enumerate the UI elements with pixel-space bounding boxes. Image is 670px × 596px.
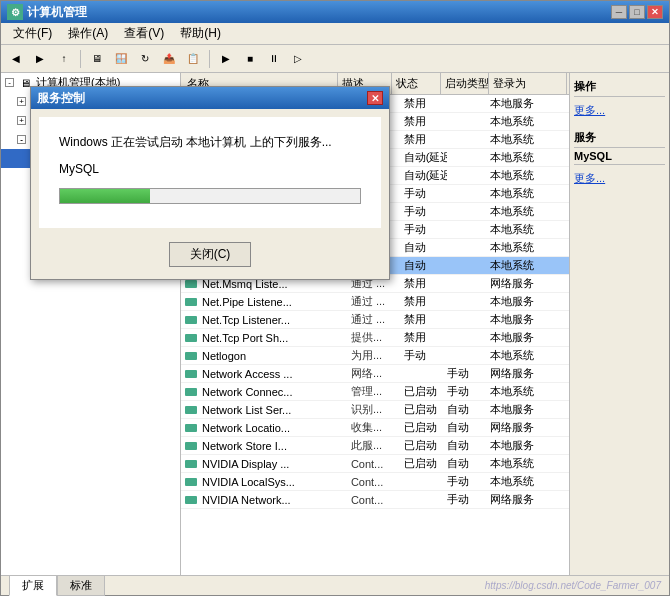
- svc-desc: 收集...: [351, 420, 404, 435]
- dialog-close-button[interactable]: 关闭(C): [169, 242, 252, 267]
- dialog-message: Windows 正在尝试启动 本地计算机 上的下列服务...: [59, 133, 361, 152]
- svc-status: 自动(延迟...: [404, 168, 447, 183]
- maximize-button[interactable]: □: [629, 5, 645, 19]
- table-row[interactable]: Network Access ... 网络... 手动 网络服务: [181, 365, 569, 383]
- table-row[interactable]: NVIDIA LocalSys... Cont... 手动 本地系统: [181, 473, 569, 491]
- svc-logon: 网络服务: [490, 276, 567, 291]
- svc-icon: [183, 420, 199, 436]
- svc-desc: 管理...: [351, 384, 404, 399]
- table-row[interactable]: Net.Tcp Port Sh... 提供... 禁用 本地服务: [181, 329, 569, 347]
- forward-button[interactable]: ▶: [29, 48, 51, 70]
- table-row[interactable]: Network Store I... 此服... 已启动 自动 本地服务: [181, 437, 569, 455]
- storage-expand[interactable]: +: [17, 116, 26, 125]
- close-button[interactable]: ✕: [647, 5, 663, 19]
- svc-desc: 此服...: [351, 438, 404, 453]
- action-service-header: 服务: [574, 128, 665, 148]
- svg-rect-23: [185, 478, 197, 486]
- svc-desc: 通过 ...: [351, 312, 404, 327]
- svg-rect-17: [185, 370, 197, 378]
- table-row[interactable]: Netlogon 为用... 手动 本地系统: [181, 347, 569, 365]
- tab-expand[interactable]: 扩展: [9, 575, 57, 596]
- menu-action[interactable]: 操作(A): [60, 23, 116, 44]
- svc-logon: 网络服务: [490, 492, 567, 507]
- svc-status: 禁用: [404, 294, 447, 309]
- svc-logon: 本地系统: [490, 150, 567, 165]
- pause-button[interactable]: ⏸: [263, 48, 285, 70]
- title-bar: ⚙ 计算机管理 ─ □ ✕: [1, 1, 669, 23]
- table-row[interactable]: Network List Ser... 识别... 已启动 自动 本地服务: [181, 401, 569, 419]
- svg-rect-16: [185, 352, 197, 360]
- svc-name: Network Connec...: [202, 386, 351, 398]
- properties-button[interactable]: 📋: [182, 48, 204, 70]
- table-row[interactable]: Net.Tcp Listener... 通过 ... 禁用 本地服务: [181, 311, 569, 329]
- action-more-1[interactable]: 更多...: [574, 101, 665, 120]
- minimize-button[interactable]: ─: [611, 5, 627, 19]
- table-row[interactable]: NVIDIA Display ... Cont... 已启动 自动 本地系统: [181, 455, 569, 473]
- table-row[interactable]: Network Locatio... 收集... 已启动 自动 网络服务: [181, 419, 569, 437]
- menu-view[interactable]: 查看(V): [116, 23, 172, 44]
- new-window-button[interactable]: 🪟: [110, 48, 132, 70]
- root-expand[interactable]: -: [5, 78, 14, 87]
- svc-logon: 本地系统: [490, 384, 567, 399]
- svc-icon: [183, 456, 199, 472]
- svc-icon: [183, 312, 199, 328]
- svc-startup: 手动: [447, 384, 490, 399]
- svc-status: 禁用: [404, 96, 447, 111]
- action-more-2[interactable]: 更多...: [574, 169, 665, 188]
- restart-button[interactable]: ▷: [287, 48, 309, 70]
- svc-desc: Cont...: [351, 476, 404, 488]
- svc-status: 禁用: [404, 114, 447, 129]
- svc-startup: 手动: [447, 492, 490, 507]
- refresh-button[interactable]: ↻: [134, 48, 156, 70]
- window-title: 计算机管理: [27, 4, 611, 21]
- dialog-body: Windows 正在尝试启动 本地计算机 上的下列服务... MySQL: [39, 117, 381, 228]
- svc-status: 已启动: [404, 402, 447, 417]
- table-row[interactable]: NVIDIA Network... Cont... 手动 网络服务: [181, 491, 569, 509]
- play-button[interactable]: ▶: [215, 48, 237, 70]
- svc-status: 禁用: [404, 312, 447, 327]
- svg-rect-15: [185, 334, 197, 342]
- back-button[interactable]: ◀: [5, 48, 27, 70]
- svc-logon: 本地服务: [490, 312, 567, 327]
- svc-icon: [183, 474, 199, 490]
- svg-rect-18: [185, 388, 197, 396]
- tab-standard[interactable]: 标准: [57, 575, 105, 596]
- dialog-close-icon[interactable]: ✕: [367, 91, 383, 105]
- svc-logon: 本地系统: [490, 474, 567, 489]
- svc-status: 手动: [404, 222, 447, 237]
- svc-logon: 本地服务: [490, 330, 567, 345]
- table-row[interactable]: Net.Pipe Listene... 通过 ... 禁用 本地服务: [181, 293, 569, 311]
- svc-logon: 本地系统: [490, 204, 567, 219]
- svcapps-expand[interactable]: -: [17, 135, 26, 144]
- menu-help[interactable]: 帮助(H): [172, 23, 229, 44]
- svg-rect-20: [185, 424, 197, 432]
- menu-file[interactable]: 文件(F): [5, 23, 60, 44]
- table-row[interactable]: Network Connec... 管理... 已启动 手动 本地系统: [181, 383, 569, 401]
- console-button[interactable]: 🖥: [86, 48, 108, 70]
- svc-startup: 手动: [447, 366, 490, 381]
- actions-header: 操作: [574, 77, 665, 97]
- dialog-title-bar: 服务控制 ✕: [31, 87, 389, 109]
- col-startup: 启动类型: [441, 73, 490, 94]
- menu-bar: 文件(F) 操作(A) 查看(V) 帮助(H): [1, 23, 669, 45]
- svc-name: NVIDIA LocalSys...: [202, 476, 351, 488]
- svc-icon: [183, 348, 199, 364]
- svc-name: NVIDIA Network...: [202, 494, 351, 506]
- svc-startup: 自动: [447, 456, 490, 471]
- svc-name: Net.Pipe Listene...: [202, 296, 351, 308]
- export-button[interactable]: 📤: [158, 48, 180, 70]
- toolbar: ◀ ▶ ↑ 🖥 🪟 ↻ 📤 📋 ▶ ■ ⏸ ▷: [1, 45, 669, 73]
- systools-expand[interactable]: +: [17, 97, 26, 106]
- progress-container: [59, 188, 361, 204]
- svc-name: Netlogon: [202, 350, 351, 362]
- svg-rect-19: [185, 406, 197, 414]
- svc-startup: 手动: [447, 474, 490, 489]
- svc-name: Network Access ...: [202, 368, 351, 380]
- stop-button[interactable]: ■: [239, 48, 261, 70]
- svc-startup: 自动: [447, 438, 490, 453]
- svc-logon: 本地系统: [490, 168, 567, 183]
- up-button[interactable]: ↑: [53, 48, 75, 70]
- svc-name: Network Store I...: [202, 440, 351, 452]
- svc-status: 自动: [404, 258, 447, 273]
- svc-desc: 为用...: [351, 348, 404, 363]
